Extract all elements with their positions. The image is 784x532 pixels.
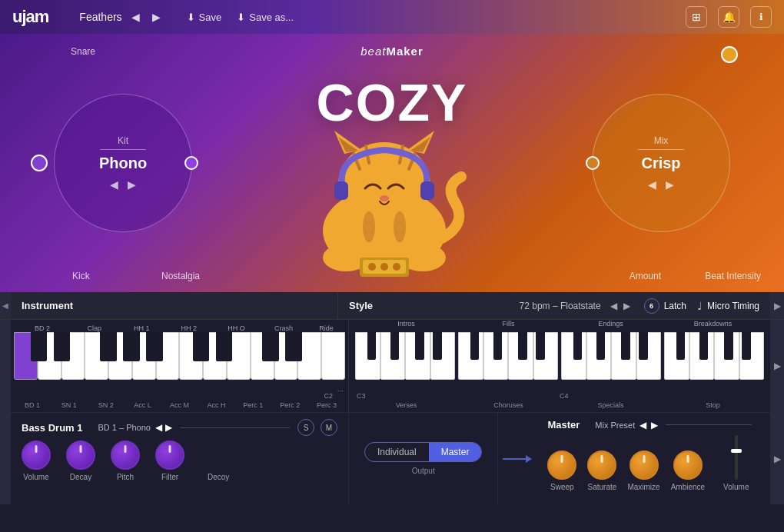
white-key-5[interactable] [108,332,132,380]
master-button[interactable]: Master [429,443,482,461]
mix-prev-arrow[interactable]: ◀ [648,178,656,191]
individual-button[interactable]: Individual [365,443,429,461]
mix-arrows: ◀ ▶ [648,178,674,191]
bass-drum-title: Bass Drum 1 [22,422,82,434]
mix-preset-label: Mix Preset [595,421,635,430]
bell-icon: 🔔 [723,11,736,23]
solo-button[interactable]: S [297,419,314,436]
white-key-4[interactable] [85,332,108,380]
master-section: Master Mix Preset ◀ ▶ Sweep Saturate [537,413,770,504]
kit-knob-right[interactable] [184,156,198,170]
right-collapse-button[interactable]: ▶ [770,292,784,319]
left-spacer [0,320,11,412]
white-key-3[interactable] [61,332,85,380]
style-keys-4 [664,332,764,380]
white-key-8[interactable] [179,332,203,380]
controls-row: Bass Drum 1 BD 1 – Phono ◀ ▶ S M Volume [0,412,784,504]
decay-knob[interactable] [66,441,95,470]
bottom-right-collapse[interactable]: ▶ [770,413,784,504]
style-next[interactable]: ▶ [622,299,632,313]
micro-timing-control[interactable]: ♩ Micro Timing [697,300,759,312]
connection-line [503,458,526,460]
ride-label: Ride [307,324,345,332]
filter-knob[interactable] [155,441,184,470]
sweep-knob[interactable] [547,451,576,480]
beat-intensity-knob-top[interactable] [721,46,738,63]
bd1-label: BD 1 [14,401,51,412]
style-black-key-12 [639,332,648,360]
bass-drum-preset: BD 1 – Phono [98,423,151,432]
clap-label: Clap [71,324,118,332]
grid-icon-button[interactable]: ⊞ [686,6,707,28]
volume-knob-label: Volume [23,473,48,481]
preset-prev-button[interactable]: ◀ [128,9,143,25]
mix-prev-arrow[interactable]: ◀ [639,420,646,431]
chevron-right-icon-2: ▶ [774,361,781,371]
white-key-2[interactable] [38,332,61,380]
sweep-label: Sweep [550,483,574,491]
bottom-panel: ◀ Instrument Style 72 bpm – Floatstate ◀… [0,292,784,532]
bell-icon-button[interactable]: 🔔 [718,6,739,28]
sn2-label: SN 2 [88,401,125,412]
mix-section: Mix Crisp ◀ ▶ [538,34,784,292]
master-title: Master [547,419,580,431]
pitch-knob-group: Pitch [111,441,140,481]
bd-next-arrow[interactable]: ▶ [165,422,172,433]
perc1-label: Perc 1 [234,401,271,412]
style-keyboard-section: Intros Fills Endings Breakdowns [349,320,770,412]
style-prev[interactable]: ◀ [609,299,619,313]
expand-handle[interactable]: ◀ [0,292,11,319]
master-divider [666,424,752,425]
mix-next-arrow[interactable]: ▶ [651,420,658,431]
volume-knob[interactable] [22,441,51,470]
preset-name: Feathers [79,11,121,23]
white-key-11[interactable] [251,332,274,380]
save-as-button[interactable]: ⬇ Save as... [237,12,294,23]
mix-knob-left[interactable] [586,156,600,170]
fills-label: Fills [457,320,560,332]
white-key-12[interactable] [274,332,298,380]
kit-next-arrow[interactable]: ▶ [128,178,136,191]
sm-buttons: S M [297,419,337,436]
style-keys-1 [355,332,455,380]
svg-rect-11 [334,181,348,200]
decay-knob-group: Decay [66,441,95,481]
info-icon-button[interactable]: ℹ [750,6,772,28]
style-group-4 [664,332,764,380]
volume-slider-handle[interactable] [731,449,742,453]
white-key-7[interactable] [156,332,180,380]
master-header: Master Mix Preset ◀ ▶ [547,419,759,431]
preset-next-button[interactable]: ▶ [149,9,164,25]
volume-slider[interactable] [735,435,738,480]
style-black-key-16 [742,332,751,360]
logo: ujam [12,7,48,27]
mute-button[interactable]: M [321,419,337,436]
intros-label: Intros [355,320,457,332]
c3-label: C3 [357,392,366,400]
white-key-1[interactable] [14,332,38,380]
style-black-key-7 [518,332,527,360]
white-key-6[interactable] [132,332,156,380]
saturate-knob[interactable] [587,451,616,480]
white-key-14[interactable] [321,332,345,380]
bd-prev-arrow[interactable]: ◀ [155,422,162,433]
latch-label: Latch [664,301,686,311]
pitch-knob[interactable] [111,441,140,470]
white-key-9[interactable] [203,332,227,380]
style-black-key-9 [573,332,583,360]
latch-control: 6 Latch [644,298,686,314]
mix-next-arrow[interactable]: ▶ [666,178,674,191]
perc3-label: Perc 3 [308,401,345,412]
perc2-label: Perc 2 [271,401,308,412]
style-nav: ◀ ▶ [609,299,632,313]
ambience-knob[interactable] [673,451,703,480]
maximize-knob[interactable] [630,451,659,480]
panel-headers: ◀ Instrument Style 72 bpm – Floatstate ◀… [0,292,784,320]
kit-prev-arrow[interactable]: ◀ [110,178,118,191]
save-button[interactable]: ⬇ Save [187,12,222,23]
latch-icon[interactable]: 6 [644,298,659,314]
right-collapse-button-2[interactable]: ▶ [770,320,784,412]
white-key-10[interactable] [227,332,251,380]
white-key-13[interactable] [297,332,321,380]
kick-knob[interactable] [31,155,48,171]
